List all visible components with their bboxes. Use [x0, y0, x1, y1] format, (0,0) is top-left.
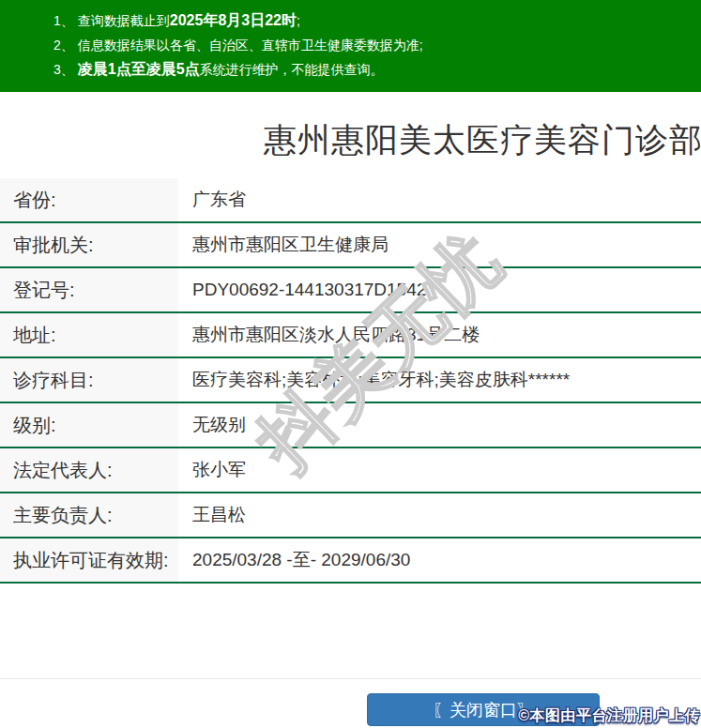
notice-text: 查询数据截止到	[78, 13, 170, 28]
page-container: 1、查询数据截止到2025年8月3日22时; 2、信息数据结果以各省、自治区、直…	[0, 0, 701, 726]
row-value: 张小军	[178, 448, 701, 492]
row-label: 执业许可证有效期:	[0, 538, 178, 582]
notice-number: 1、	[53, 13, 74, 28]
footer: 〖关闭窗口〗	[0, 679, 701, 726]
info-table: 省份: 广东省 审批机关: 惠州市惠阳区卫生健康局 登记号: PDY00692-…	[0, 178, 701, 584]
notice-number: 3、	[53, 62, 74, 77]
row-label: 审批机关:	[0, 223, 178, 266]
table-row-departments: 诊疗科目: 医疗美容科;美容外科;美容牙科;美容皮肤科******	[0, 358, 701, 403]
row-value: 2025/03/28 -至- 2029/06/30	[178, 538, 701, 582]
table-row-level: 级别: 无级别	[0, 403, 701, 448]
notice-text: 信息数据结果以各省、自治区、直辖市卫生健康委数据为准;	[78, 38, 423, 53]
notice-line-3: 3、凌晨1点至凌晨5点系统进行维护，不能提供查询。	[53, 57, 701, 82]
row-value: 医疗美容科;美容外科;美容牙科;美容皮肤科******	[178, 358, 701, 402]
row-label: 登记号:	[0, 268, 178, 311]
row-value: 王昌松	[178, 493, 701, 537]
notice-text: 系统进行维护，不能提供查询。	[200, 62, 384, 77]
table-row-license-validity: 执业许可证有效期: 2025/03/28 -至- 2029/06/30	[0, 538, 701, 584]
row-label: 省份:	[0, 178, 178, 221]
row-label: 级别:	[0, 403, 178, 447]
row-value: 广东省	[178, 178, 701, 221]
table-row-legal-representative: 法定代表人: 张小军	[0, 448, 701, 493]
row-value: 惠州市惠阳区卫生健康局	[178, 223, 701, 266]
page-viewport: 1、查询数据截止到2025年8月3日22时; 2、信息数据结果以各省、自治区、直…	[0, 0, 701, 728]
notice-line-2: 2、信息数据结果以各省、自治区、直辖市卫生健康委数据为准;	[53, 33, 701, 57]
notice-number: 2、	[53, 38, 74, 53]
notice-bar: 1、查询数据截止到2025年8月3日22时; 2、信息数据结果以各省、自治区、直…	[0, 0, 701, 92]
row-label: 地址:	[0, 313, 178, 356]
table-row-province: 省份: 广东省	[0, 178, 701, 223]
table-row-principal: 主要负责人: 王昌松	[0, 493, 701, 538]
page-title: 惠州惠阳美太医疗美容门诊部	[0, 120, 701, 159]
table-row-registration-number: 登记号: PDY00692-144130317D1542	[0, 268, 701, 313]
row-label: 主要负责人:	[0, 493, 178, 537]
row-value: PDY00692-144130317D1542	[178, 268, 701, 311]
notice-text-bold: 凌晨1点至凌晨5点	[78, 61, 200, 77]
row-value: 无级别	[178, 403, 701, 447]
notice-text: ;	[297, 13, 300, 28]
notice-text-bold: 2025年8月3日22时	[170, 12, 297, 28]
close-window-button[interactable]: 〖关闭窗口〗	[367, 693, 600, 726]
row-label: 法定代表人:	[0, 448, 178, 492]
table-row-approval-authority: 审批机关: 惠州市惠阳区卫生健康局	[0, 223, 701, 268]
row-label: 诊疗科目:	[0, 358, 178, 402]
table-row-address: 地址: 惠州市惠阳区淡水人民四路31号二楼	[0, 313, 701, 358]
row-value: 惠州市惠阳区淡水人民四路31号二楼	[178, 313, 701, 356]
notice-line-1: 1、查询数据截止到2025年8月3日22时;	[53, 8, 701, 33]
